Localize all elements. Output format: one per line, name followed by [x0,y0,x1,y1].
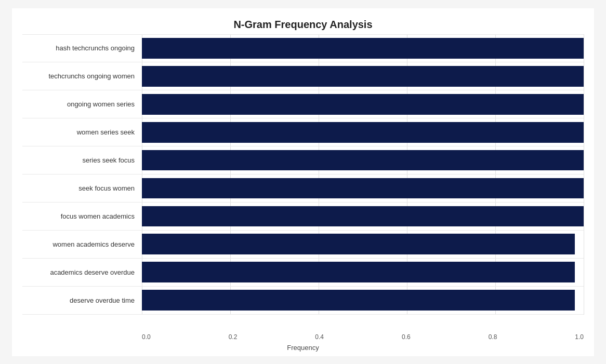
bar-track [142,259,584,286]
bar-track [142,287,584,314]
x-tick: 0.8 [489,333,497,341]
x-axis: 0.00.20.40.60.81.0 [142,330,584,341]
bar-fill [142,178,584,199]
bar-fill [142,66,584,87]
bar-track [142,203,584,230]
bar-fill [142,94,584,115]
vgrid-100 [584,34,584,315]
bar-track [142,62,584,90]
bar-track [142,146,584,174]
bar-fill [142,262,575,282]
bar-label: women academics deserve [22,240,142,248]
x-tick: 0.2 [229,333,238,341]
bar-track [142,231,584,258]
x-tick: 1.0 [575,333,584,341]
chart-container: N-Gram Frequency Analysis hash techcrunc… [12,8,594,356]
bar-fill [142,122,584,143]
bar-row: women academics deserve [22,230,584,258]
bar-track [142,35,584,62]
bar-label: series seek focus [22,156,142,164]
bar-fill [142,150,584,171]
bar-row: deserve overdue time [22,286,584,315]
bar-fill [142,290,575,311]
x-ticks-row: 0.00.20.40.60.81.0 [142,330,584,341]
bar-row: academics deserve overdue [22,258,584,286]
chart-title: N-Gram Frequency Analysis [22,19,584,31]
bar-label: focus women academics [22,212,142,220]
bar-fill [142,234,575,254]
x-tick: 0.4 [315,333,324,341]
bar-label: women series seek [22,128,142,136]
bar-row: hash techcrunchs ongoing [22,34,584,62]
bar-track [142,90,584,118]
bar-label: techcrunchs ongoing women [22,72,142,80]
bar-label: deserve overdue time [22,296,142,304]
bar-track [142,174,584,202]
bar-row: techcrunchs ongoing women [22,62,584,90]
bar-row: focus women academics [22,202,584,230]
bar-fill [142,206,584,227]
bar-track [142,118,584,146]
bars-container: hash techcrunchs ongoingtechcrunchs ongo… [22,34,584,315]
bar-row: series seek focus [22,146,584,174]
bar-label: ongoing women series [22,100,142,108]
bar-row: ongoing women series [22,90,584,118]
bars-wrapper: hash techcrunchs ongoingtechcrunchs ongo… [22,34,584,315]
x-tick: 0.0 [142,333,151,341]
bar-label: hash techcrunchs ongoing [22,44,142,52]
x-axis-label: Frequency [12,343,594,352]
bar-row: women series seek [22,118,584,146]
bar-label: academics deserve overdue [22,268,142,276]
x-label-text: Frequency [287,344,319,352]
x-tick: 0.6 [402,333,411,341]
bar-label: seek focus women [22,184,142,192]
bar-row: seek focus women [22,174,584,202]
bar-fill [142,38,584,59]
